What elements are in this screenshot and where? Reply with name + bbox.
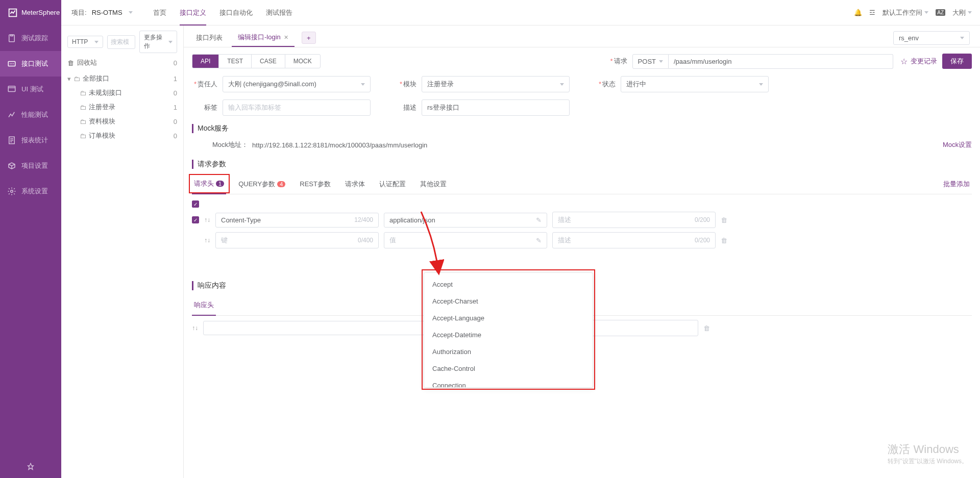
desc-input[interactable]: rs登录接口: [422, 99, 570, 116]
row-checkbox[interactable]: ✓: [192, 216, 199, 223]
module-search[interactable]: 搜索模: [107, 35, 135, 49]
task-icon[interactable]: ☲: [869, 9, 875, 16]
header-value-input[interactable]: application/json✎: [384, 213, 547, 228]
edit-icon[interactable]: ✎: [536, 216, 542, 224]
dropdown-item[interactable]: Accept-Datetime: [424, 326, 593, 343]
chevron-down-icon: [759, 83, 763, 86]
header-key-input[interactable]: 键0/400: [215, 232, 379, 248]
owner-value: 大刚 (chenjigang@5inall.com): [228, 80, 316, 89]
edit-icon[interactable]: ✎: [536, 237, 542, 244]
bell-icon[interactable]: 🔔: [854, 9, 862, 16]
sort-handle[interactable]: ↑↓: [204, 216, 210, 223]
btn-mock[interactable]: MOCK: [285, 55, 320, 68]
header-desc-input[interactable]: 描述0/200: [552, 212, 716, 228]
sidebar-item-ui-test[interactable]: UI 测试: [0, 77, 61, 102]
tree-node[interactable]: 🗀订单模块0: [67, 129, 177, 143]
delete-row-button[interactable]: 🗑: [721, 237, 727, 244]
ptab-auth[interactable]: 认证配置: [377, 174, 408, 194]
sidebar-item-api-test[interactable]: 接口测试: [0, 51, 61, 77]
save-button[interactable]: 保存: [942, 54, 972, 69]
params-section-title: 请求参数: [192, 160, 972, 169]
sort-handle[interactable]: ↑↓: [192, 324, 198, 332]
sidebar-item-system-settings[interactable]: 系统设置: [0, 179, 61, 204]
recycle-count: 0: [174, 59, 177, 67]
select-all-checkbox[interactable]: ✓: [192, 200, 199, 208]
resp-key-input[interactable]: 0/400: [203, 321, 448, 335]
tree-node[interactable]: 🗀未规划接口0: [67, 86, 177, 100]
sidebar-item-report[interactable]: 报表统计: [0, 128, 61, 153]
protocol-select[interactable]: HTTP: [67, 36, 103, 48]
more-actions[interactable]: 更多操作: [139, 31, 177, 53]
topbar: MeterSphere 项目: RS-OTMS 首页 接口定义 接口自动化 测试…: [0, 0, 980, 26]
delete-row-button[interactable]: 🗑: [703, 324, 710, 332]
ptab-query[interactable]: QUERY参数4: [236, 174, 287, 194]
chevron-down-icon: [94, 41, 99, 43]
tab-edit-api[interactable]: 编辑接口-login✕: [232, 29, 295, 47]
sidebar-item-perf-test[interactable]: 性能测试: [0, 102, 61, 128]
header-desc-input[interactable]: 描述0/200: [552, 232, 716, 248]
user-menu[interactable]: 大刚: [952, 8, 972, 17]
header-value-input[interactable]: 值✎: [384, 232, 547, 248]
star-icon[interactable]: ☆: [900, 57, 908, 66]
badge: 4: [277, 181, 285, 187]
env-select[interactable]: rs_env: [893, 31, 970, 45]
param-tabs: 请求头1 QUERY参数4 REST参数 请求体 认证配置 其他设置 批量添加: [192, 174, 972, 194]
topnav-test-report[interactable]: 测试报告: [266, 0, 292, 26]
tree-label: 全部接口: [83, 74, 109, 83]
delete-row-button[interactable]: 🗑: [721, 216, 727, 224]
btn-api[interactable]: API: [192, 55, 219, 68]
module-select[interactable]: 注册登录: [422, 76, 570, 92]
dropdown-item[interactable]: Accept: [424, 276, 593, 293]
tree-node[interactable]: 🗀注册登录1: [67, 100, 177, 114]
mock-section-title: Mock服务: [192, 124, 972, 133]
ptab-rest[interactable]: REST参数: [298, 174, 333, 194]
workspace-select[interactable]: 默认工作空间: [883, 8, 928, 17]
tree-label: 注册登录: [89, 103, 115, 112]
ptab-body[interactable]: 请求体: [343, 174, 367, 194]
sort-handle[interactable]: ↑↓: [204, 237, 210, 244]
dropdown-item[interactable]: Cache-Control: [424, 360, 593, 377]
topnav-home[interactable]: 首页: [153, 0, 166, 26]
topnav-api-def[interactable]: 接口定义: [180, 0, 206, 26]
sidebar-item-test-track[interactable]: 测试跟踪: [0, 26, 61, 51]
tab-api-list[interactable]: 接口列表: [190, 29, 229, 46]
close-icon[interactable]: ✕: [284, 34, 288, 41]
chevron-down-icon: [924, 11, 928, 14]
lang-badge[interactable]: AZ: [936, 9, 945, 16]
sidebar-item-project-settings[interactable]: 项目设置: [0, 153, 61, 179]
main: 接口列表 编辑接口-login✕ + rs_env API TEST CASE …: [184, 26, 980, 478]
batch-add-link[interactable]: 批量添加: [943, 180, 972, 189]
resp-tab-header[interactable]: 响应头: [192, 295, 216, 316]
url-input[interactable]: /paas/mm/userlogin: [669, 54, 893, 69]
dropdown-item[interactable]: Accept-Language: [424, 310, 593, 326]
topnav-api-auto[interactable]: 接口自动化: [219, 0, 253, 26]
btn-test[interactable]: TEST: [219, 55, 252, 68]
tree-label: 未规划接口: [89, 88, 122, 97]
tree-node[interactable]: 🗀资料模块0: [67, 114, 177, 129]
sidebar-label: UI 测试: [21, 85, 43, 94]
sidebar: 测试跟踪 接口测试 UI 测试 性能测试 报表统计 项目设置 系统设置: [0, 26, 61, 478]
method-select[interactable]: POST: [632, 54, 669, 69]
owner-select[interactable]: 大刚 (chenjigang@5inall.com): [223, 76, 371, 92]
tree-root[interactable]: ▾🗀全部接口1: [67, 71, 177, 86]
sidebar-pin[interactable]: [0, 456, 61, 478]
sidebar-label: 报表统计: [21, 136, 48, 145]
tab-add-button[interactable]: +: [302, 32, 316, 44]
dropdown-item[interactable]: Connection: [424, 377, 593, 388]
sidebar-label: 项目设置: [21, 161, 48, 170]
header-key-input[interactable]: Content-Type12/400: [215, 213, 379, 228]
mock-settings-link[interactable]: Mock设置: [943, 140, 972, 149]
ptab-header[interactable]: 请求头1: [192, 174, 226, 194]
project-select[interactable]: 项目: RS-OTMS: [71, 8, 133, 17]
status-select[interactable]: 进行中: [621, 76, 769, 92]
chevron-down-icon: [361, 83, 365, 86]
tree-count: 0: [174, 118, 177, 125]
tree-panel: HTTP 搜索模 更多操作 🗑 回收站 0 ▾🗀全部接口1 🗀未规划接口0 🗀注…: [61, 26, 184, 478]
changelog-link[interactable]: 变更记录: [911, 57, 937, 66]
tag-input[interactable]: 输入回车添加标签: [223, 99, 371, 116]
ptab-other[interactable]: 其他设置: [418, 174, 449, 194]
btn-case[interactable]: CASE: [252, 55, 285, 68]
dropdown-item[interactable]: Accept-Charset: [424, 293, 593, 310]
dropdown-item[interactable]: Authorization: [424, 343, 593, 360]
recycle-bin[interactable]: 🗑 回收站 0: [67, 58, 177, 67]
